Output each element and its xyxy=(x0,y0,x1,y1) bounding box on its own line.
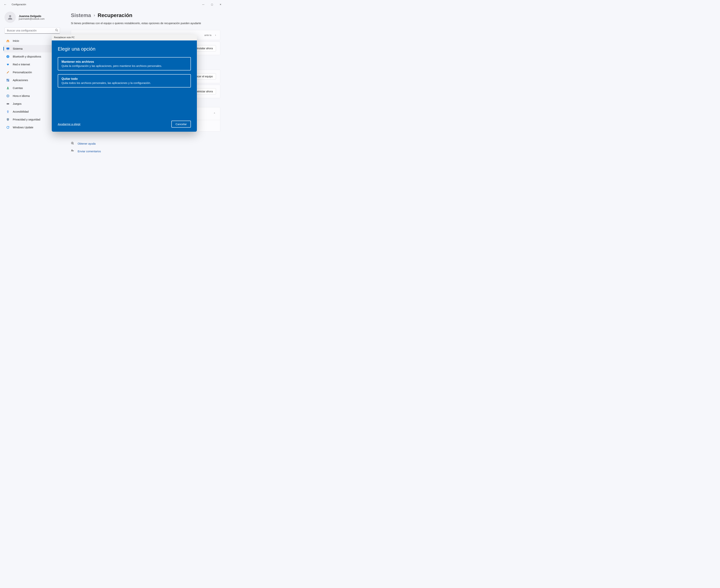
nav-label: Accesibilidad xyxy=(13,110,29,113)
svg-rect-7 xyxy=(8,79,9,80)
svg-rect-8 xyxy=(6,80,8,82)
get-help-label: Obtener ayuda xyxy=(78,142,96,145)
breadcrumb-current: Recuperación xyxy=(98,13,133,18)
svg-rect-4 xyxy=(7,50,8,50)
nav-label: Inicio xyxy=(13,39,19,42)
account-icon xyxy=(6,86,10,90)
svg-point-13 xyxy=(8,110,8,111)
chevron-right-icon: › xyxy=(94,13,95,18)
get-help-link[interactable]: Obtener ayuda xyxy=(71,142,220,146)
profile-block[interactable]: Juanma Delgado juanmatek@outlook.com xyxy=(3,10,61,27)
nav-label: Cuentas xyxy=(13,87,23,89)
option-title: Quitar todo xyxy=(61,77,187,81)
nav-label: Red e Internet xyxy=(13,63,30,66)
app-title: Configuración xyxy=(12,3,26,6)
minimize-icon: — xyxy=(202,3,204,6)
nav-label: Privacidad y seguridad xyxy=(13,118,40,121)
shield-icon xyxy=(6,118,10,121)
page-description: Si tienes problemas con el equipo o quie… xyxy=(71,22,220,25)
maximize-icon: ▢ xyxy=(211,3,213,6)
svg-rect-12 xyxy=(6,103,9,105)
option-title: Mantener mis archivos xyxy=(61,60,187,63)
feedback-label: Enviar comentarios xyxy=(78,150,101,153)
arrow-left-icon: ← xyxy=(4,3,7,6)
svg-point-0 xyxy=(9,15,11,17)
footer-links: Obtener ayuda Enviar comentarios xyxy=(71,142,220,153)
breadcrumb: Sistema › Recuperación xyxy=(71,13,220,18)
svg-point-17 xyxy=(72,150,73,151)
wifi-icon xyxy=(6,63,10,66)
avatar xyxy=(4,12,16,23)
home-icon xyxy=(6,39,10,43)
option-desc: Quita la configuración y las aplicacione… xyxy=(61,64,187,67)
title-bar: ← Configuración — ▢ ✕ xyxy=(0,0,226,9)
profile-email: juanmatek@outlook.com xyxy=(19,18,45,20)
search-input[interactable] xyxy=(4,27,60,34)
nav-label: Personalización xyxy=(13,71,32,74)
feedback-icon xyxy=(71,149,74,153)
reset-pc-dialog: Restablecer este PC Elegir una opción Ma… xyxy=(52,35,197,132)
cancel-button[interactable]: Cancelar xyxy=(172,121,191,128)
nav-label: Juegos xyxy=(13,102,22,105)
maximize-button[interactable]: ▢ xyxy=(207,1,216,7)
help-chat-icon xyxy=(71,142,74,146)
svg-point-1 xyxy=(56,29,57,31)
close-button[interactable]: ✕ xyxy=(216,1,225,7)
apps-icon xyxy=(6,78,10,82)
option-keep-files[interactable]: Mantener mis archivos Quita la configura… xyxy=(58,57,191,70)
system-icon xyxy=(6,47,10,50)
window-controls: — ▢ ✕ xyxy=(199,1,225,7)
person-icon xyxy=(7,14,13,20)
svg-rect-6 xyxy=(6,79,8,80)
gamepad-icon xyxy=(6,102,10,106)
svg-rect-3 xyxy=(6,47,9,49)
back-button[interactable]: ← xyxy=(1,1,9,8)
feedback-link[interactable]: Enviar comentarios xyxy=(71,149,220,153)
svg-point-10 xyxy=(7,87,8,88)
nav-label: Hora e idioma xyxy=(13,94,29,98)
svg-line-2 xyxy=(57,30,58,31)
breadcrumb-parent[interactable]: Sistema xyxy=(71,13,91,18)
brush-icon xyxy=(6,70,10,74)
clock-globe-icon xyxy=(6,94,10,98)
svg-point-5 xyxy=(6,55,9,58)
svg-rect-9 xyxy=(8,80,9,82)
search-icon xyxy=(55,29,58,32)
nav-label: Windows Update xyxy=(13,126,33,129)
option-desc: Quita todos los archivos personales, las… xyxy=(61,81,187,84)
dialog-heading: Elegir una opción xyxy=(58,46,191,52)
chevron-right-icon: › xyxy=(215,34,216,37)
update-icon xyxy=(6,126,10,129)
chevron-up-icon: ⌃ xyxy=(213,112,216,115)
search-wrap xyxy=(4,27,60,34)
dialog-body: Elegir una opción Mantener mis archivos … xyxy=(52,40,197,132)
nav-label: Bluetooth y dispositivos xyxy=(13,55,41,58)
nav-label: Sistema xyxy=(13,47,22,50)
nav-label: Aplicaciones xyxy=(13,79,28,82)
option-remove-everything[interactable]: Quitar todo Quita todos los archivos per… xyxy=(58,74,191,87)
close-icon: ✕ xyxy=(220,3,221,6)
profile-name: Juanma Delgado xyxy=(19,15,45,18)
dialog-titlebar: Restablecer este PC xyxy=(52,35,197,40)
bluetooth-icon xyxy=(6,55,10,59)
accessibility-icon xyxy=(6,110,10,113)
help-me-choose-link[interactable]: Ayudarme a elegir xyxy=(58,123,80,126)
dialog-footer: Ayudarme a elegir Cancelar xyxy=(58,121,191,128)
minimize-button[interactable]: — xyxy=(199,1,207,7)
